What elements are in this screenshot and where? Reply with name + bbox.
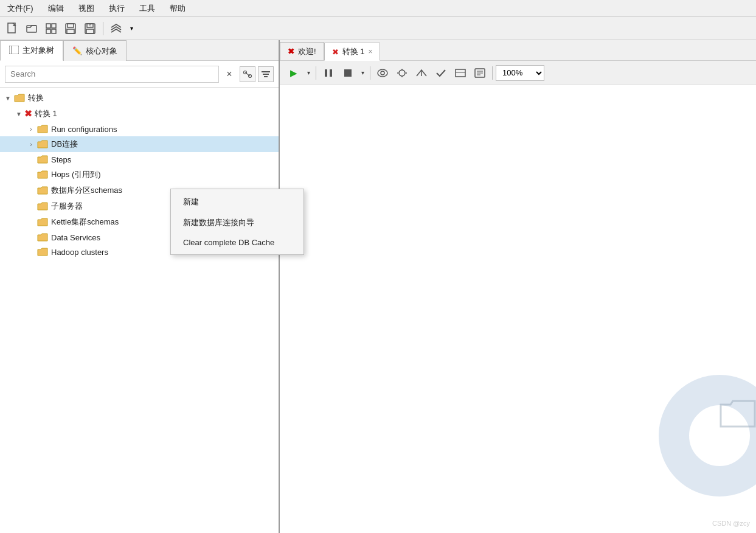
tree-label-kettle: Kettle集群schemas: [51, 217, 119, 228]
svg-point-24: [378, 69, 387, 77]
context-menu: 新建 新建数据库连接向导 Clear complete DB Cache: [170, 189, 304, 255]
run-next-btn[interactable]: [412, 64, 431, 82]
search-input[interactable]: [5, 66, 219, 83]
pause-btn[interactable]: [319, 64, 338, 82]
tree-container: ▼ 转换 ▼ ✖ 转换 1 ›: [0, 88, 279, 533]
svg-rect-22: [330, 69, 332, 77]
right-panel: ✖ 欢迎! ✖ 转换 1 × ▶ ▾: [280, 40, 756, 533]
svg-rect-20: [264, 76, 268, 77]
tab-main-tree[interactable]: 主对象树: [0, 40, 63, 61]
tab-transform1-label: 转换 1: [342, 46, 365, 57]
tab-welcome[interactable]: ✖ 欢迎!: [280, 42, 324, 60]
right-tabs: ✖ 欢迎! ✖ 转换 1 ×: [280, 40, 756, 61]
svg-rect-23: [344, 69, 352, 77]
folder-icon-data-services: [36, 232, 49, 242]
menu-execute[interactable]: 执行: [106, 2, 127, 15]
tree-label-data-services: Data Services: [51, 233, 100, 242]
left-panel: 主对象树 ✏️ 核心对象 ×: [0, 40, 280, 533]
transform1-tab-icon: ✖: [332, 47, 339, 57]
menu-edit[interactable]: 编辑: [46, 2, 66, 15]
folder-decoration: [720, 399, 756, 436]
main-toolbar: S ▾: [0, 17, 756, 40]
layers-dropdown-btn[interactable]: ▾: [127, 20, 136, 37]
tab-transform1[interactable]: ✖ 转换 1 ×: [324, 43, 381, 61]
folder-icon-root: [13, 93, 26, 103]
svg-rect-4: [46, 29, 50, 33]
welcome-tab-icon: ✖: [288, 47, 294, 56]
svg-rect-13: [9, 46, 19, 54]
folder-icon-hadoop: [36, 247, 49, 257]
menu-help[interactable]: 帮助: [167, 2, 188, 15]
search-bar: ×: [0, 61, 279, 88]
tree-item-run-configs[interactable]: › Run configurations: [0, 122, 279, 136]
svg-rect-32: [456, 69, 465, 77]
tree-item-hops[interactable]: Hops (引用到): [0, 167, 279, 183]
grid-btn[interactable]: [43, 20, 60, 37]
save-btn[interactable]: [62, 20, 79, 37]
menu-tools[interactable]: 工具: [137, 2, 158, 15]
ctx-new[interactable]: 新建: [171, 192, 303, 212]
debug-btn[interactable]: [393, 64, 411, 82]
tree-chevron-root: ▼: [2, 95, 13, 102]
stop-dropdown-btn[interactable]: ▾: [358, 64, 367, 82]
tree-label-transform1: 转换 1: [35, 108, 57, 119]
menu-view[interactable]: 视图: [76, 2, 97, 15]
tree-chevron-db: ›: [26, 141, 36, 148]
folder-icon-db: [36, 139, 49, 149]
svg-text:S: S: [89, 24, 92, 28]
stop-btn[interactable]: [339, 64, 357, 82]
save-as-btn[interactable]: S: [81, 20, 99, 37]
logging-btn[interactable]: [471, 64, 489, 82]
svg-line-17: [245, 72, 250, 76]
open-file-btn[interactable]: [23, 20, 40, 37]
svg-rect-8: [67, 29, 74, 33]
metrics-btn[interactable]: [451, 64, 470, 82]
tree-item-db[interactable]: › DB连接: [0, 136, 279, 152]
tree-item-root[interactable]: ▼ 转换: [0, 90, 279, 106]
folder-icon-run: [36, 124, 49, 134]
tree-item-steps[interactable]: Steps: [0, 152, 279, 167]
search-icons: [240, 66, 274, 82]
tree-label-db: DB连接: [51, 139, 78, 150]
circle-decoration: [659, 375, 756, 496]
folder-icon-steps: [36, 155, 49, 164]
ctx-new-wizard[interactable]: 新建数据库连接向导: [171, 212, 303, 233]
left-tabs-row: 主对象树 ✏️ 核心对象: [0, 40, 279, 61]
search-filter-icon-btn[interactable]: [258, 66, 274, 82]
tree-label-db-partition: 数据库分区schemas: [51, 185, 122, 196]
svg-rect-2: [46, 24, 50, 28]
folder-icon-subserver: [36, 201, 49, 211]
menu-file[interactable]: 文件(F): [5, 2, 36, 15]
layers-btn[interactable]: [108, 20, 125, 37]
play-dropdown-btn[interactable]: ▾: [304, 64, 313, 82]
svg-point-25: [381, 71, 384, 75]
folder-icon-db-partition: [36, 186, 49, 195]
check-btn[interactable]: [432, 64, 450, 82]
menu-bar: 文件(F) 编辑 视图 执行 工具 帮助: [0, 0, 756, 17]
tree-chevron-transform1: ▼: [13, 111, 24, 117]
new-file-btn[interactable]: [4, 20, 21, 37]
tab-transform1-close[interactable]: ×: [368, 47, 372, 56]
search-connect-icon-btn[interactable]: [240, 66, 255, 82]
tab-core-objects[interactable]: ✏️ 核心对象: [63, 40, 127, 61]
tree-item-transform1[interactable]: ▼ ✖ 转换 1: [0, 106, 279, 122]
ctx-clear-cache[interactable]: Clear complete DB Cache: [171, 233, 303, 252]
tree-label-hadoop: Hadoop clusters: [51, 248, 108, 257]
tree-label-steps: Steps: [51, 155, 71, 164]
core-objects-tab-icon: ✏️: [72, 46, 82, 55]
play-btn[interactable]: ▶: [285, 64, 303, 82]
rt-sep1: [316, 66, 316, 80]
zoom-select[interactable]: 100% 50% 75% 125% 150% 200%: [496, 65, 544, 81]
search-clear-btn[interactable]: ×: [223, 68, 236, 81]
tree-chevron-run: ›: [26, 126, 36, 133]
svg-rect-19: [263, 74, 269, 75]
tree-label-subserver: 子服务器: [51, 201, 83, 212]
preview-btn[interactable]: [373, 64, 392, 82]
main-tree-tab-icon: [9, 46, 19, 56]
transform-icon: ✖: [24, 108, 32, 119]
svg-rect-11: [86, 29, 94, 33]
svg-rect-18: [262, 71, 270, 72]
folder-icon-kettle: [36, 217, 49, 227]
rt-sep3: [492, 66, 493, 80]
canvas-area: CSDN @zcy: [280, 85, 756, 533]
